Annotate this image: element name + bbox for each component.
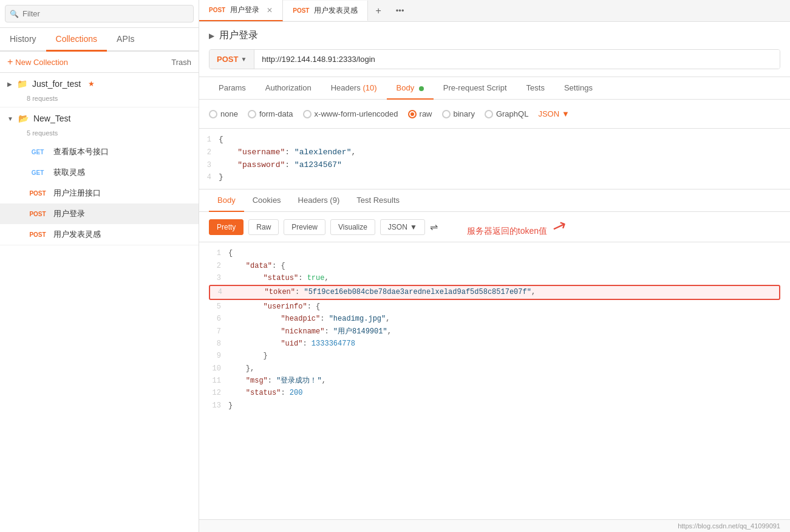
sidebar-tab-apis[interactable]: APIs: [107, 28, 145, 52]
tab-authorization[interactable]: Authorization: [256, 77, 321, 100]
dropdown-arrow-icon: ▼: [240, 56, 247, 63]
request-item-0[interactable]: GET 查看版本号接口: [0, 142, 199, 162]
preview-button[interactable]: Preview: [284, 219, 325, 235]
star-icon: ★: [88, 80, 95, 88]
tab-params[interactable]: Params: [209, 77, 256, 100]
radio-binary[interactable]: binary: [442, 109, 475, 118]
wrap-icon[interactable]: ⇌: [430, 221, 438, 233]
new-collection-button[interactable]: + New Collection: [7, 56, 68, 67]
sidebar-content: ▶ 📁 Just_for_test ★ 8 requests ▼ 📂 New_T…: [0, 73, 199, 532]
request-item-3[interactable]: POST 用户登录: [0, 203, 199, 224]
response-toolbar: Pretty Raw Preview Visualize JSON ▼ ⇌ 服务…: [199, 212, 790, 242]
code-line-1: 1 {: [199, 134, 790, 146]
radio-raw[interactable]: raw: [408, 109, 432, 118]
resp-line-11: 11 "msg": "登录成功！",: [209, 375, 780, 387]
method-selector[interactable]: POST ▼: [209, 50, 254, 69]
response-tab-cookies[interactable]: Cookies: [244, 189, 290, 212]
method-text: POST: [217, 55, 238, 64]
tab-headers[interactable]: Headers (10): [321, 77, 387, 100]
code-line-3: 3 "password": "a1234567": [199, 159, 790, 172]
raw-button[interactable]: Raw: [248, 219, 279, 235]
resp-line-2: 2 "data": {: [209, 260, 780, 272]
request-item-2[interactable]: POST 用户注册接口: [0, 183, 199, 203]
radio-urlencoded[interactable]: x-www-form-urlencoded: [303, 109, 398, 118]
collection-just-for-test: ▶ 📁 Just_for_test ★ 8 requests: [0, 73, 199, 107]
line-number: 4: [199, 172, 219, 183]
resp-line-12: 12 "status": 200: [209, 387, 780, 399]
radio-label-form-data: form-data: [259, 109, 293, 118]
body-format-label: JSON: [538, 109, 559, 118]
tab-post-inspiration[interactable]: POST 用户发表灵感: [283, 1, 368, 21]
radio-label-raw: raw: [420, 109, 432, 118]
body-format-selector[interactable]: JSON ▼: [538, 109, 570, 118]
response-tab-body[interactable]: Body: [209, 189, 244, 212]
search-input[interactable]: [5, 5, 194, 22]
url-input[interactable]: [254, 50, 780, 69]
request-name-1: 获取灵感: [53, 167, 85, 178]
caret-down-icon: ▼: [7, 115, 13, 122]
line-number: 12: [209, 387, 228, 399]
line-content: "password": "a1234567": [219, 159, 790, 172]
radio-none[interactable]: none: [209, 109, 238, 118]
radio-label-none: none: [220, 109, 238, 118]
resp-line-3: 3 "status": true,: [209, 272, 780, 284]
response-code-view: 1 { 2 "data": { 3 "status": true,: [199, 247, 790, 412]
line-content: }: [228, 350, 780, 362]
request-list: GET 查看版本号接口 GET 获取灵感 POST 用户注册接口 POST 用户…: [0, 142, 199, 245]
line-content: },: [228, 363, 780, 375]
line-content: "userinfo": {: [228, 301, 780, 313]
line-content: "username": "alexlender",: [219, 146, 790, 159]
collection-meta-new-test: 5 requests: [0, 129, 199, 142]
radio-graphql[interactable]: GraphQL: [485, 109, 528, 118]
radio-label-graphql: GraphQL: [496, 109, 528, 118]
method-badge-post: POST: [27, 231, 49, 238]
request-title-row: ▶ 用户登录: [209, 29, 780, 42]
tab-close-icon[interactable]: ✕: [267, 6, 273, 15]
sidebar-tab-collections[interactable]: Collections: [46, 28, 107, 52]
sidebar-tab-history[interactable]: History: [0, 28, 46, 52]
radio-label-binary: binary: [454, 109, 475, 118]
line-number: 1: [199, 134, 219, 146]
request-body-editor[interactable]: 1 { 2 "username": "alexlender", 3 "passw…: [199, 129, 790, 189]
body-type-selector: none form-data x-www-form-urlencoded raw…: [209, 104, 780, 123]
tab-tests[interactable]: Tests: [517, 77, 554, 100]
more-tabs-button[interactable]: •••: [389, 1, 412, 20]
method-badge-post: POST: [27, 211, 49, 217]
line-number: 10: [209, 363, 228, 375]
radio-dot-form-data: [248, 110, 256, 118]
main-content: POST 用户登录 ✕ POST 用户发表灵感 + ••• ▶ 用户登录 POS…: [199, 0, 790, 532]
line-number: 2: [199, 147, 219, 159]
response-tab-test-results[interactable]: Test Results: [348, 189, 408, 212]
pretty-button[interactable]: Pretty: [209, 219, 243, 235]
folder-icon: 📁: [17, 79, 27, 89]
request-item-1[interactable]: GET 获取灵感: [0, 162, 199, 183]
response-format-selector[interactable]: JSON ▼: [380, 219, 425, 235]
request-item-4[interactable]: POST 用户发表灵感: [0, 224, 199, 245]
token-annotation: 服务器返回的token值 ↙: [467, 217, 566, 237]
line-content: "msg": "登录成功！",: [228, 375, 780, 387]
resp-line-1: 1 {: [209, 247, 780, 259]
tab-body[interactable]: Body: [387, 77, 434, 100]
request-name-4: 用户发表灵感: [53, 229, 101, 240]
line-number: 2: [209, 260, 228, 272]
tab-pre-request[interactable]: Pre-request Script: [434, 77, 517, 100]
tab-method-label: POST: [209, 7, 225, 13]
search-icon: 🔍: [10, 10, 19, 18]
trash-button[interactable]: Trash: [171, 58, 191, 67]
radio-form-data[interactable]: form-data: [248, 109, 293, 118]
line-content: {: [219, 134, 790, 146]
visualize-button[interactable]: Visualize: [330, 219, 375, 235]
collection-name: Just_for_test: [32, 79, 81, 89]
add-tab-button[interactable]: +: [368, 1, 388, 21]
sidebar-actions: + New Collection Trash: [0, 52, 199, 73]
collection-header-just-for-test[interactable]: ▶ 📁 Just_for_test ★: [0, 73, 199, 95]
body-options: none form-data x-www-form-urlencoded raw…: [199, 100, 790, 129]
tab-user-login[interactable]: POST 用户登录 ✕: [199, 0, 283, 21]
footer-bar: https://blog.csdn.net/qq_41099091: [199, 519, 790, 532]
tab-settings[interactable]: Settings: [554, 77, 602, 100]
radio-label-urlencoded: x-www-form-urlencoded: [315, 109, 398, 118]
resp-line-6: 6 "headpic": "headimg.jpg",: [209, 313, 780, 325]
line-number: 11: [209, 375, 228, 387]
response-tab-headers[interactable]: Headers (9): [290, 189, 349, 212]
collection-header-new-test[interactable]: ▼ 📂 New_Test: [0, 107, 199, 129]
